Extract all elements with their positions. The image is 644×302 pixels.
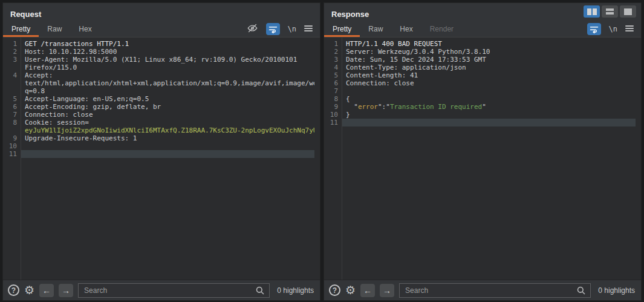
line-number: 7 bbox=[324, 87, 338, 95]
editor-line: 11 bbox=[3, 150, 320, 158]
line-number: 11 bbox=[3, 150, 17, 158]
line-number: 4 bbox=[3, 71, 17, 79]
help-icon[interactable]: ? bbox=[8, 284, 19, 296]
word-wrap-toggle-icon[interactable] bbox=[266, 23, 280, 35]
editor-line: 7Connection: close bbox=[3, 111, 320, 119]
line-number: 8 bbox=[3, 119, 17, 126]
response-search-input[interactable] bbox=[399, 283, 591, 298]
layout-rows-button[interactable] bbox=[602, 5, 618, 18]
editor-line: 6Accept-Encoding: gzip, deflate, br bbox=[3, 103, 320, 111]
line-number: 10 bbox=[3, 142, 17, 150]
request-tabs: Pretty Raw Hex bbox=[3, 21, 320, 38]
editor-line: 4Accept: bbox=[3, 71, 320, 79]
line-number: 9 bbox=[3, 134, 17, 142]
editor-line: 2Server: Werkzeug/3.0.4 Python/3.8.10 bbox=[324, 48, 641, 56]
line-number: 5 bbox=[3, 95, 17, 103]
editor-line: text/html,application/xhtml+xml,applicat… bbox=[3, 79, 320, 87]
line-number: 5 bbox=[324, 71, 338, 79]
menu-hamburger-icon[interactable] bbox=[304, 24, 313, 34]
response-tab-render[interactable]: Render bbox=[421, 21, 462, 37]
line-number bbox=[3, 79, 17, 87]
request-search-input[interactable] bbox=[78, 283, 270, 298]
editor-line: 8Cookie: session= bbox=[3, 119, 320, 126]
layout-single-button[interactable] bbox=[620, 5, 636, 18]
line-number: 6 bbox=[324, 79, 338, 87]
line-number bbox=[3, 126, 17, 134]
request-search-bar: ? ⚙ ← → 0 highlights bbox=[3, 280, 320, 300]
line-number: 1 bbox=[3, 40, 17, 48]
request-tab-icons: \n bbox=[247, 21, 320, 37]
request-tab-hex[interactable]: Hex bbox=[70, 21, 100, 37]
response-highlights-count: 0 highlights bbox=[598, 286, 635, 295]
response-editor[interactable]: 1HTTP/1.1 400 BAD REQUEST2Server: Werkze… bbox=[324, 38, 641, 280]
editor-line: 6Connection: close bbox=[324, 79, 641, 87]
response-tab-icons: \n bbox=[587, 21, 641, 37]
line-number: 4 bbox=[324, 64, 338, 71]
response-tab-raw[interactable]: Raw bbox=[360, 21, 391, 37]
response-search-bar: ? ⚙ ← → 0 highlights bbox=[324, 280, 641, 300]
request-title: Request bbox=[3, 3, 320, 21]
editor-line: 8{ bbox=[324, 95, 641, 103]
editor-line: 3Date: Sun, 15 Dec 2024 17:33:53 GMT bbox=[324, 56, 641, 64]
response-panel: Response Pretty Raw Hex Render \n bbox=[324, 2, 642, 301]
editor-line: 4Content-Type: application/json bbox=[324, 64, 641, 71]
line-number: 11 bbox=[324, 119, 338, 126]
help-icon[interactable]: ? bbox=[329, 284, 340, 296]
search-icon bbox=[255, 286, 265, 298]
request-tab-pretty[interactable]: Pretty bbox=[3, 21, 39, 37]
gear-icon[interactable]: ⚙ bbox=[24, 284, 34, 296]
editor-line: 9 "error":"Transaction ID required" bbox=[324, 103, 641, 111]
search-icon bbox=[576, 286, 586, 298]
request-highlights-count: 0 highlights bbox=[277, 286, 314, 295]
line-number: 2 bbox=[324, 48, 338, 56]
editor-line: 11 bbox=[324, 119, 641, 126]
editor-line: eyJuYW1lIjoiZ2xpdGNoIiwidXNlciI6MTAxfQ.Z… bbox=[3, 126, 320, 134]
editor-line: 10} bbox=[324, 111, 641, 119]
word-wrap-toggle-icon[interactable] bbox=[587, 23, 601, 35]
menu-hamburger-icon[interactable] bbox=[625, 24, 634, 34]
line-number: 6 bbox=[3, 103, 17, 111]
editor-line: q=0.8 bbox=[3, 87, 320, 95]
request-tab-raw[interactable]: Raw bbox=[39, 21, 70, 37]
search-next-button[interactable]: → bbox=[59, 284, 73, 297]
editor-line: 7 bbox=[324, 87, 641, 95]
editor-line: 9Upgrade-Insecure-Requests: 1 bbox=[3, 134, 320, 142]
editor-line: Firefox/115.0 bbox=[3, 64, 320, 71]
editor-line: 2Host: 10.10.122.98:5000 bbox=[3, 48, 320, 56]
search-prev-button[interactable]: ← bbox=[360, 284, 375, 297]
newline-toggle-icon[interactable]: \n bbox=[609, 25, 617, 33]
editor-line: 3User-Agent: Mozilla/5.0 (X11; Linux x86… bbox=[3, 56, 320, 64]
search-next-button[interactable]: → bbox=[380, 284, 394, 297]
line-number bbox=[3, 64, 17, 71]
line-number: 10 bbox=[324, 111, 338, 119]
line-number: 8 bbox=[324, 95, 338, 103]
editor-line: 1HTTP/1.1 400 BAD REQUEST bbox=[324, 40, 641, 48]
editor-line: 1GET /transactions HTTP/1.1 bbox=[3, 40, 320, 48]
response-tab-pretty[interactable]: Pretty bbox=[324, 21, 360, 37]
response-tab-hex[interactable]: Hex bbox=[391, 21, 421, 37]
line-number: 3 bbox=[324, 56, 338, 64]
line-number: 7 bbox=[3, 111, 17, 119]
line-number bbox=[3, 87, 17, 95]
newline-toggle-icon[interactable]: \n bbox=[288, 25, 296, 33]
line-number: 3 bbox=[3, 56, 17, 64]
message-editor-workspace: Request Pretty Raw Hex bbox=[0, 0, 644, 302]
request-editor[interactable]: 1GET /transactions HTTP/1.12Host: 10.10.… bbox=[3, 38, 320, 280]
response-tabs: Pretty Raw Hex Render \n bbox=[324, 21, 641, 38]
layout-columns-button[interactable] bbox=[584, 5, 600, 18]
request-panel: Request Pretty Raw Hex bbox=[2, 2, 320, 301]
search-prev-button[interactable]: ← bbox=[39, 284, 54, 297]
editor-line: 10 bbox=[3, 142, 320, 150]
line-number: 9 bbox=[324, 103, 338, 111]
line-number: 1 bbox=[324, 40, 338, 48]
line-number: 2 bbox=[3, 48, 17, 56]
editor-line: 5Content-Length: 41 bbox=[324, 71, 641, 79]
layout-toggle-group bbox=[584, 5, 636, 18]
gear-icon[interactable]: ⚙ bbox=[345, 284, 356, 296]
hide-eye-icon[interactable] bbox=[247, 22, 258, 36]
editor-line: 5Accept-Language: en-US,en;q=0.5 bbox=[3, 95, 320, 103]
